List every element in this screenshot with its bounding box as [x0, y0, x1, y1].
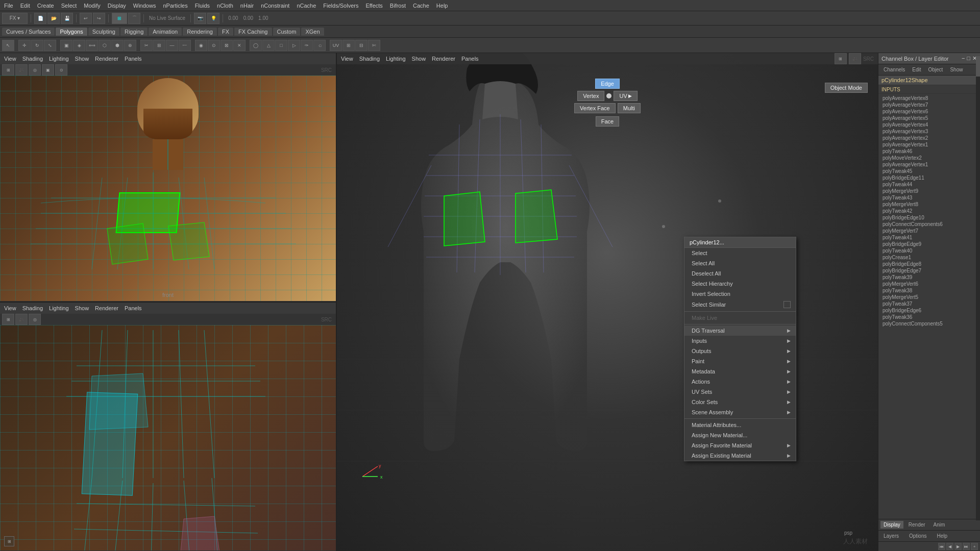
mv-show[interactable]: Show — [412, 56, 426, 62]
ctx-select-similar[interactable]: Select Similar — [684, 299, 796, 310]
vp-tl-icon2[interactable]: 🎥 — [15, 64, 28, 76]
vp-tl-lighting[interactable]: Lighting — [49, 56, 69, 62]
menu-bifrost[interactable]: Bifrost — [390, 3, 406, 9]
ctx-select-all[interactable]: Select All — [684, 258, 796, 268]
face-mode-button[interactable]: Face — [596, 116, 619, 127]
ch-item-11[interactable]: polyTweak45 — [878, 168, 980, 174]
ch-item-31[interactable]: polyTweak37 — [878, 300, 980, 307]
main-3d-viewport[interactable]: View Shading Lighting Show Renderer Pane… — [337, 53, 878, 551]
smooth-icon[interactable]: ◯ — [250, 40, 262, 51]
ch-item-6[interactable]: polyAverageVertex2 — [878, 135, 980, 141]
vp-tl-shading[interactable]: Shading — [22, 56, 43, 62]
vp-bl-icon3[interactable]: ◎ — [29, 314, 41, 325]
cut-sew-icon[interactable]: ✄ — [368, 40, 380, 51]
toolbar-redo[interactable]: ↪ — [93, 13, 105, 24]
object-mode-button[interactable]: Object Mode — [825, 83, 868, 93]
ctx-color-sets[interactable]: Color Sets ▶ — [684, 397, 796, 407]
cb-layers[interactable]: Layers — [880, 532, 902, 540]
ch-item-13[interactable]: polyTweak44 — [878, 181, 980, 188]
ctx-paint[interactable]: Paint ▶ — [684, 356, 796, 366]
menu-file[interactable]: File — [4, 3, 13, 9]
vertex-mode-button[interactable]: Vertex — [577, 91, 604, 101]
ch-item-7[interactable]: polyAverageVertex1 — [878, 141, 980, 148]
mv-view[interactable]: View — [341, 56, 353, 62]
unfold-icon[interactable]: ⊞ — [342, 40, 355, 51]
ch-item-21[interactable]: polyTweak41 — [878, 234, 980, 241]
ctx-dg-traversal[interactable]: DG Traversal ▶ — [684, 325, 796, 336]
merge-vertex-icon[interactable]: ◉ — [195, 40, 207, 51]
ch-item-1[interactable]: polyAverageVertex7 — [878, 102, 980, 108]
reduce-icon[interactable]: ▷ — [288, 40, 300, 51]
cb-nav-prev[interactable]: ◀ — [946, 543, 953, 550]
menu-windows[interactable]: Windows — [133, 3, 156, 9]
ch-item-20[interactable]: polyMergeVert7 — [878, 228, 980, 234]
vp-tl-show[interactable]: Show — [75, 56, 89, 62]
toolbar-snap-grid[interactable]: ⊞ — [112, 13, 127, 24]
ch-item-27[interactable]: polyTweak39 — [878, 274, 980, 281]
sculpt-icon[interactable]: ✑ — [301, 40, 313, 51]
ch-item-5[interactable]: polyAverageVertex3 — [878, 128, 980, 135]
ch-item-22[interactable]: polyBridgeEdge9 — [878, 241, 980, 247]
cb-tab-render[interactable]: Render — [905, 521, 928, 529]
vp-tl-icon5[interactable]: ⊙ — [55, 64, 67, 76]
cb-nav-next[interactable]: ▶ — [954, 543, 962, 550]
ch-item-15[interactable]: polyTweak43 — [878, 194, 980, 201]
bevel-icon[interactable]: ◈ — [73, 40, 85, 51]
ch-item-14[interactable]: polyMergeVert9 — [878, 188, 980, 194]
menu-ncache[interactable]: nCache — [297, 3, 316, 9]
cb-object-menu[interactable]: Object — [925, 66, 946, 73]
ch-item-32[interactable]: polyBridgeEdge6 — [878, 307, 980, 314]
menu-effects[interactable]: Effects — [365, 3, 382, 9]
vp-bl-view[interactable]: View — [4, 305, 16, 311]
ch-item-9[interactable]: polyMoveVertex2 — [878, 155, 980, 161]
viewport-bottom-left-content[interactable]: ⊞ — [0, 325, 336, 550]
ch-item-29[interactable]: polyTweak38 — [878, 287, 980, 294]
menu-cache[interactable]: Cache — [413, 3, 429, 9]
vp-bl-show[interactable]: Show — [75, 305, 89, 311]
cb-nav-add[interactable]: + — [971, 543, 978, 550]
ctx-outputs[interactable]: Outputs ▶ — [684, 346, 796, 356]
triangulate-icon[interactable]: △ — [262, 40, 275, 51]
menu-ncloth[interactable]: nCloth — [217, 3, 233, 9]
vp-bl-icon2[interactable]: 🎥 — [15, 314, 28, 325]
channel-scrollbar-track[interactable] — [976, 56, 980, 520]
multicut-icon[interactable]: ⊞ — [153, 40, 165, 51]
toolbar-undo[interactable]: ↩ — [80, 13, 92, 24]
edge-mode-button[interactable]: Edge — [595, 79, 620, 89]
ctx-uv-sets[interactable]: UV Sets ▶ — [684, 387, 796, 397]
menu-fieldsolvers[interactable]: Fields/Solvers — [323, 3, 358, 9]
vp-bl-renderer[interactable]: Renderer — [95, 305, 118, 311]
tab-sculpting[interactable]: Sculpting — [88, 28, 119, 36]
layout-icon[interactable]: ⊟ — [355, 40, 368, 51]
ch-item-12[interactable]: polyBridgeEdge11 — [878, 174, 980, 181]
ch-item-16[interactable]: polyMergeVert8 — [878, 201, 980, 208]
rotate-tool-icon[interactable]: ↻ — [31, 40, 43, 51]
uv-mode-button[interactable]: UV ▶ — [614, 91, 637, 101]
toolbar-fx-dropdown[interactable]: FX ▾ — [2, 13, 28, 24]
cb-options[interactable]: Options — [906, 532, 929, 540]
mv-shading[interactable]: Shading — [359, 56, 380, 62]
mv-icon2[interactable]: 🎥 — [849, 53, 861, 64]
tab-polygons[interactable]: Polygons — [56, 28, 87, 36]
mv-icon1[interactable]: ⊞ — [835, 53, 847, 64]
vp-bl-icon1[interactable]: ⊞ — [2, 314, 14, 325]
toolbar-save[interactable]: 💾 — [61, 13, 73, 24]
ctx-assign-new-material[interactable]: Assign New Material... — [684, 430, 796, 440]
ch-item-23[interactable]: polyTweak40 — [878, 247, 980, 254]
viewport-bottom-icon[interactable]: ⊞ — [4, 536, 14, 546]
ch-item-28[interactable]: polyMergeVert6 — [878, 281, 980, 287]
vp-tl-renderer[interactable]: Renderer — [95, 56, 118, 62]
ch-item-33[interactable]: polyTweak36 — [878, 314, 980, 320]
channel-scrollbar-thumb[interactable] — [976, 56, 980, 77]
ch-item-18[interactable]: polyBridgeEdge10 — [878, 214, 980, 221]
tab-animation[interactable]: Animation — [149, 28, 182, 36]
ch-item-24[interactable]: polyCrease1 — [878, 254, 980, 261]
ctx-assign-existing-material[interactable]: Assign Existing Material ▶ — [684, 450, 796, 461]
connect-icon[interactable]: ⬡ — [99, 40, 111, 51]
uv-editor-icon[interactable]: UV — [330, 40, 342, 51]
cb-help[interactable]: Help — [934, 532, 950, 540]
tab-custom[interactable]: Custom — [273, 28, 301, 36]
ctx-select-hierarchy[interactable]: Select Hierarchy — [684, 279, 796, 289]
toolbar-camera[interactable]: 📷 — [194, 13, 206, 24]
select-mode-icon[interactable]: ↖ — [2, 40, 14, 51]
